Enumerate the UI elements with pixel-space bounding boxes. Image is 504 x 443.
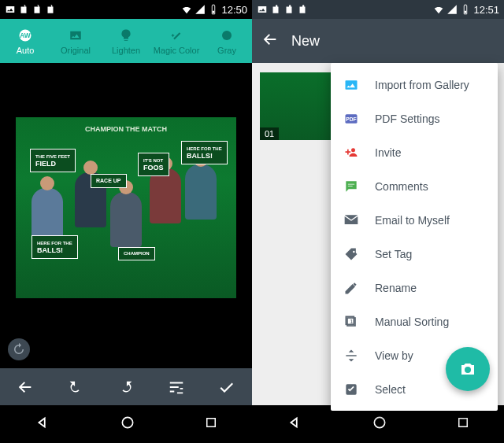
wifi-icon (433, 4, 444, 15)
nav-home[interactable] (120, 415, 135, 434)
confirm-button[interactable] (211, 371, 243, 403)
camera-icon (458, 360, 477, 378)
svg-rect-16 (458, 419, 467, 427)
back-button[interactable] (261, 31, 279, 51)
nav-home[interactable] (372, 415, 387, 434)
filter-label: Auto (17, 46, 35, 55)
menu-set-tag[interactable]: Set Tag (331, 237, 498, 271)
menu-label: View by (375, 349, 413, 362)
app-bar: New (252, 19, 504, 63)
svg-rect-6 (465, 11, 466, 13)
svg-point-4 (122, 417, 132, 427)
nav-back[interactable] (286, 414, 303, 434)
nav-recent[interactable] (204, 415, 218, 433)
svg-point-3 (222, 31, 232, 40)
svg-rect-5 (206, 419, 215, 427)
menu-label: Rename (375, 282, 417, 294)
document-body: 01 Import from Gallery PDF PDF Settings … (252, 63, 504, 405)
photo-sign: CHAMPION (118, 247, 155, 260)
comment-icon (343, 179, 359, 194)
photo-sign: IT'S NOTFOOS (138, 153, 169, 176)
invite-icon (343, 145, 359, 161)
svg-rect-7 (346, 80, 358, 90)
tag-icon (343, 246, 359, 262)
auto-icon: AW (17, 28, 33, 43)
photo-sign: RACE UP (91, 174, 127, 188)
image-icon (68, 28, 83, 43)
status-bar: 12:50 (0, 0, 252, 19)
page-title: New (291, 33, 320, 50)
filter-lighten[interactable]: Lighten (101, 28, 151, 55)
nav-back[interactable] (34, 414, 51, 434)
camera-fab[interactable] (446, 347, 490, 391)
menu-label: Email to Myself (375, 214, 450, 227)
menu-label: Set Tag (375, 248, 412, 260)
bulb-icon (118, 28, 134, 43)
photo-banner: CHAMPION THE MATCH (16, 125, 236, 133)
shop-icon (45, 4, 56, 15)
signal-icon (447, 4, 458, 15)
filter-auto[interactable]: AW Auto (0, 28, 50, 55)
wifi-icon (181, 4, 192, 15)
bottom-toolbar (0, 368, 252, 405)
viewby-icon (343, 348, 359, 364)
gallery-icon (343, 77, 359, 93)
svg-text:PDF: PDF (346, 116, 356, 122)
menu-manual-sorting[interactable]: 1 Manual Sorting (331, 305, 498, 338)
filter-label: Original (61, 46, 91, 55)
filter-label: Gray (217, 46, 236, 55)
page-badge: 01 (260, 127, 279, 140)
menu-invite[interactable]: Invite (331, 135, 498, 169)
menu-import-gallery[interactable]: Import from Gallery (331, 68, 498, 102)
menu-label: Select (375, 383, 406, 396)
svg-text:1: 1 (350, 317, 353, 324)
menu-rename[interactable]: Rename (331, 271, 498, 305)
menu-label: Comments (375, 180, 428, 193)
filter-original[interactable]: Original (50, 28, 101, 55)
menu-pdf-settings[interactable]: PDF PDF Settings (331, 102, 498, 135)
clock: 12:51 (473, 4, 499, 16)
battery-icon (460, 4, 471, 15)
photo: CHAMPION THE MATCH THE FIVE FEETFIELD RA… (16, 117, 236, 298)
pdf-icon: PDF (343, 111, 359, 127)
select-icon (343, 382, 359, 397)
photo-canvas[interactable]: CHAMPION THE MATCH THE FIVE FEETFIELD RA… (0, 63, 252, 368)
rotate-right-button[interactable] (110, 371, 142, 403)
svg-point-15 (374, 417, 384, 427)
menu-email-myself[interactable]: Email to Myself (331, 203, 498, 237)
tune-button[interactable] (161, 371, 192, 403)
menu-label: PDF Settings (375, 113, 439, 125)
nav-recent[interactable] (456, 415, 470, 433)
menu-label: Manual Sorting (375, 316, 449, 328)
filter-label: Magic Color (154, 46, 200, 55)
shop-icon (284, 4, 295, 15)
shop-icon (18, 4, 29, 15)
edit-icon (343, 280, 359, 296)
signal-icon (195, 4, 206, 15)
rotate-chip[interactable] (8, 338, 30, 360)
email-icon (343, 212, 359, 228)
photo-sign: THE FIVE FEETFIELD (30, 149, 76, 172)
clock: 12:50 (221, 4, 247, 16)
filter-magic-color[interactable]: Magic Color (151, 28, 202, 55)
system-nav (252, 405, 504, 443)
menu-label: Invite (375, 146, 401, 159)
svg-rect-0 (213, 11, 214, 13)
magic-icon (169, 28, 184, 43)
shop-icon (270, 4, 281, 15)
document-thumbnail[interactable]: 01 (260, 72, 335, 140)
rotate-left-button[interactable] (60, 371, 91, 403)
shop-icon (32, 4, 43, 15)
back-button[interactable] (9, 371, 41, 403)
image-icon (5, 4, 16, 15)
menu-comments[interactable]: Comments (331, 169, 498, 203)
filter-bar: AW Auto Original Lighten Magic Color Gra… (0, 19, 252, 63)
sort-icon: 1 (343, 314, 359, 330)
image-icon (257, 4, 268, 15)
svg-text:AW: AW (20, 31, 31, 39)
status-bar: 12:51 (252, 0, 504, 19)
shop-icon (297, 4, 308, 15)
filter-gray[interactable]: Gray (202, 28, 252, 55)
photo-sign: HERE FOR THEBALLS! (181, 141, 228, 164)
gray-icon (219, 28, 235, 43)
